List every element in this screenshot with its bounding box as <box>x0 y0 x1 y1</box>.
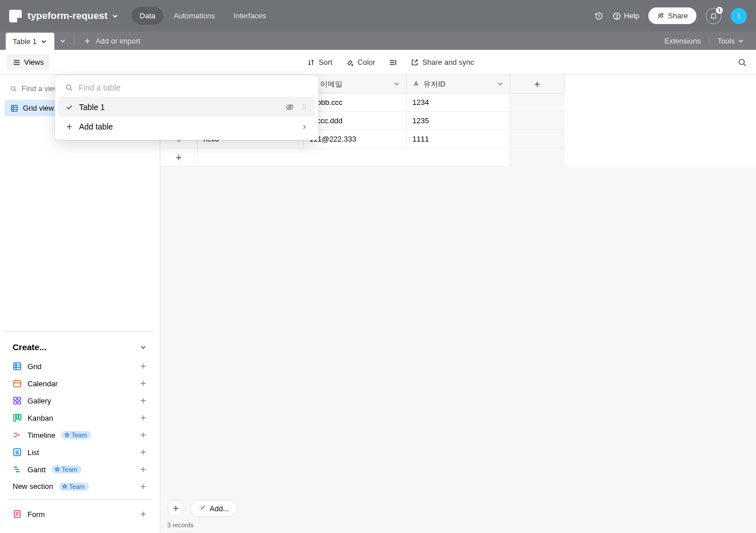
svg-rect-13 <box>18 401 21 404</box>
table-tab-active[interactable]: Table 1 <box>6 33 54 50</box>
share-sync-button[interactable]: Share and sync <box>407 56 477 69</box>
search-button[interactable] <box>735 56 749 69</box>
tools-link[interactable]: Tools <box>714 37 748 45</box>
sort-label: Sort <box>318 58 332 66</box>
search-icon <box>65 84 73 92</box>
plus-icon <box>139 510 147 518</box>
create-item-label: Gallery <box>27 397 51 405</box>
create-item-label: Grid <box>27 362 42 371</box>
cell[interactable]: @bbb.ccc <box>304 93 407 112</box>
dropdown-add-table[interactable]: Add table <box>58 117 315 136</box>
svg-point-1 <box>616 17 617 18</box>
dropdown-item-label: Table 1 <box>79 103 105 112</box>
dropdown-search[interactable] <box>58 79 315 97</box>
table-tabs-bar: Table 1 Add or import Extensions Tools <box>0 32 756 50</box>
gantt-icon <box>13 465 22 474</box>
grid-area: 이메일 유저ID 1 @bbb.ccc 1234 2 @ccc.ddd 1235 <box>160 75 756 533</box>
empty-cell <box>510 130 565 148</box>
empty-cell <box>510 148 565 167</box>
empty-cell <box>510 112 565 130</box>
create-header[interactable]: Create... <box>8 340 152 358</box>
column-header-userid[interactable]: 유저ID <box>407 75 510 93</box>
svg-point-22 <box>305 104 306 105</box>
timeline-icon <box>13 430 22 440</box>
cell[interactable]: 111@222.333 <box>304 130 407 148</box>
tab-data[interactable]: Data <box>132 7 163 25</box>
create-list[interactable]: List <box>8 444 152 461</box>
create-gantt[interactable]: Gantt Team <box>8 461 152 478</box>
tab-automations[interactable]: Automations <box>166 7 223 25</box>
divider <box>709 37 710 45</box>
base-logo[interactable] <box>9 10 22 22</box>
records-count: 3 records <box>167 522 194 528</box>
plus-icon <box>139 397 147 405</box>
tools-label: Tools <box>718 37 735 45</box>
create-new-section[interactable]: New section Team <box>8 478 152 495</box>
create-views-section: Create... Grid Calendar Gallery Kanb <box>5 331 155 527</box>
create-gallery[interactable]: Gallery <box>8 392 152 409</box>
create-grid[interactable]: Grid <box>8 358 152 375</box>
empty-cell <box>510 93 565 112</box>
wand-icon <box>198 504 206 512</box>
add-or-import-button[interactable]: Add or import <box>77 32 147 50</box>
help-link[interactable]: Help <box>613 11 640 20</box>
base-name[interactable]: typeform-request <box>27 10 108 22</box>
cell[interactable]: @ccc.ddd <box>304 112 407 130</box>
notifications-button[interactable]: 1 <box>706 8 722 24</box>
add-row-button[interactable] <box>160 148 198 167</box>
sort-button[interactable]: Sort <box>304 56 336 69</box>
column-label: 유저ID <box>423 79 446 89</box>
header-right: Help Share 1 I <box>594 7 747 24</box>
share-button[interactable]: Share <box>648 7 696 24</box>
chevron-down-icon[interactable] <box>497 80 504 88</box>
avatar[interactable]: I <box>731 8 747 24</box>
plus-icon <box>139 362 147 370</box>
chevron-down-icon[interactable] <box>393 80 400 88</box>
tab-interfaces[interactable]: Interfaces <box>226 7 274 25</box>
table-list-dropdown-button[interactable] <box>54 32 72 50</box>
views-button[interactable]: Views <box>7 54 49 70</box>
create-calendar[interactable]: Calendar <box>8 375 152 392</box>
column-label: 이메일 <box>320 79 342 89</box>
create-form[interactable]: Form <box>8 505 152 523</box>
dropdown-search-input[interactable] <box>78 83 308 92</box>
svg-point-26 <box>305 108 306 109</box>
svg-rect-16 <box>19 414 21 420</box>
plus-icon <box>139 431 147 439</box>
drag-handle-icon[interactable] <box>300 103 308 112</box>
history-icon[interactable] <box>594 11 604 21</box>
extensions-link[interactable]: Extensions <box>661 37 704 45</box>
notification-badge: 1 <box>716 7 723 14</box>
svg-rect-9 <box>14 381 21 387</box>
gallery-icon <box>13 396 22 405</box>
plus-icon <box>65 123 73 131</box>
create-kanban[interactable]: Kanban <box>8 409 152 426</box>
chevron-right-icon <box>301 123 308 131</box>
add-table-label: Add table <box>79 122 113 131</box>
dropdown-item-table1[interactable]: Table 1 <box>58 97 315 117</box>
form-icon <box>13 510 22 519</box>
add-menu-button[interactable]: Add... <box>190 500 237 517</box>
kanban-icon <box>13 413 22 422</box>
plus-icon <box>139 448 147 456</box>
divider <box>74 36 74 45</box>
app-header: typeform-request Data Automations Interf… <box>0 0 756 32</box>
grid-icon <box>10 104 18 112</box>
cell[interactable]: 1111 <box>407 130 510 148</box>
list-icon <box>13 448 22 457</box>
create-timeline[interactable]: Timeline Team <box>8 426 152 444</box>
base-menu-chevron-icon[interactable] <box>111 12 119 20</box>
table-list-dropdown: Table 1 Add table <box>55 75 318 140</box>
svg-point-19 <box>66 85 70 89</box>
hide-icon[interactable] <box>285 103 294 112</box>
add-column-button[interactable] <box>510 75 565 93</box>
plus-icon <box>139 483 147 491</box>
create-item-label: List <box>27 448 39 457</box>
cell[interactable]: 1234 <box>407 93 510 112</box>
row-height-button[interactable] <box>385 56 400 69</box>
cell[interactable]: 1235 <box>407 112 510 130</box>
color-button[interactable]: Color <box>342 56 379 69</box>
add-record-button[interactable] <box>167 500 184 517</box>
create-item-label: New section <box>13 482 53 491</box>
column-header-email[interactable]: 이메일 <box>304 75 407 93</box>
